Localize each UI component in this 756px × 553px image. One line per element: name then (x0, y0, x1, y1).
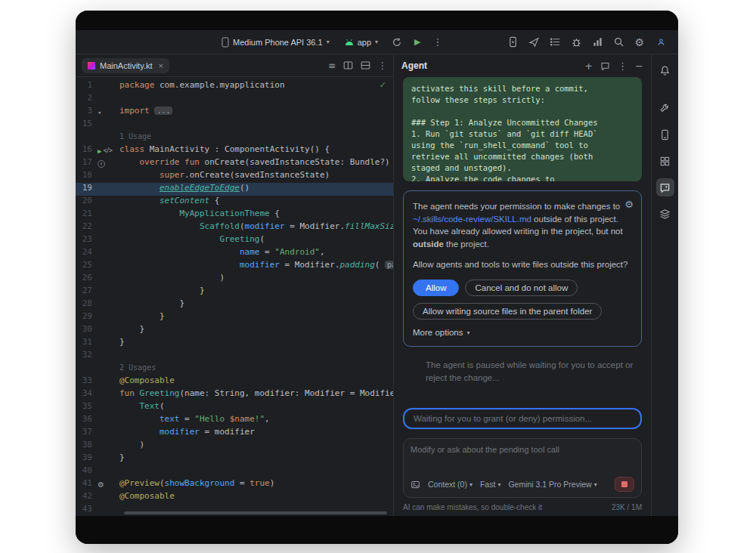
search-icon[interactable] (613, 36, 624, 48)
device-selector[interactable]: Medium Phone API 36.1 ▾ (218, 35, 333, 50)
code-line[interactable]: 38 ) (76, 440, 393, 453)
chat-history-icon[interactable] (600, 61, 610, 71)
code-editor[interactable]: ✓ 1package com.example.myapplication23▾i… (76, 77, 393, 516)
code-line[interactable]: 15 (76, 119, 393, 131)
chevron-down-icon: ▾ (469, 481, 472, 488)
code-line[interactable]: 33@Composable (76, 375, 393, 388)
device-explorer-icon[interactable] (656, 125, 674, 144)
code-line[interactable]: 26 ) (76, 273, 393, 286)
editor-list-icon[interactable]: ≡ (328, 60, 336, 71)
agent-composer-input[interactable] (411, 445, 634, 472)
code-text: @Composable (119, 491, 393, 504)
agent-options-icon[interactable]: ⋮ (618, 60, 627, 72)
device-selector-label: Medium Phone API 36.1 (233, 38, 323, 47)
user-avatar[interactable] (654, 36, 668, 49)
inspections-ok-icon[interactable]: ✓ (380, 80, 386, 90)
code-line[interactable]: 22 Scaffold(modifier = Modifier.fillMaxS… (76, 221, 393, 234)
resource-manager-icon[interactable] (656, 152, 674, 170)
agent-chat-scroll[interactable]: activates this skill before a commit, fo… (394, 77, 651, 408)
code-line[interactable]: 31} (76, 337, 393, 350)
code-line[interactable]: 2 (76, 93, 393, 106)
code-line[interactable]: 16▶</>class MainActivity : ComponentActi… (76, 144, 393, 157)
stop-button[interactable] (615, 477, 634, 492)
code-line[interactable]: 37 modifier = modifier (76, 427, 393, 440)
usage-inlay-row[interactable]: 1 Usage (76, 131, 393, 144)
skill-file-link[interactable]: ~/.skills/code-review/SKILL.md (413, 215, 531, 224)
hide-panel-icon[interactable]: − (635, 60, 643, 72)
code-text: } (119, 286, 393, 298)
fold-gutter-icon[interactable]: ▾ (98, 109, 101, 116)
sync-project-icon[interactable] (389, 36, 404, 49)
code-line[interactable]: 35 Text( (76, 401, 393, 414)
chevron-down-icon: ▾ (466, 329, 469, 336)
code-line[interactable]: 32 (76, 350, 393, 363)
more-options-button[interactable]: More options ▾ (413, 328, 470, 337)
cancel-button[interactable]: Cancel and do not allow (465, 280, 578, 296)
override-gutter-icon[interactable]: ↑ (98, 160, 105, 168)
device-mirroring-icon[interactable] (528, 36, 540, 48)
code-line[interactable]: 39} (76, 453, 393, 465)
notifications-icon[interactable] (656, 61, 674, 79)
debug-icon[interactable] (571, 36, 582, 48)
line-number: 15 (76, 119, 95, 131)
code-line[interactable]: 21 MyApplicationTheme { (76, 209, 393, 221)
attach-image-icon[interactable] (411, 480, 420, 490)
split-down-icon[interactable] (361, 60, 370, 70)
code-line[interactable]: 18 super.onCreate(savedInstanceState) (76, 170, 393, 183)
line-number: 22 (76, 221, 95, 234)
code-line[interactable]: 24 name = "Android", (76, 247, 393, 260)
editor-options-icon[interactable]: ⋮ (378, 60, 387, 71)
code-line[interactable]: 3▾import ... (76, 106, 393, 119)
allow-parent-folder-button[interactable]: Allow writing source files in the parent… (413, 303, 602, 320)
code-line[interactable]: 40 (76, 465, 393, 478)
usage-inlay-row[interactable]: 2 Usages (76, 363, 393, 375)
usage-hint[interactable]: 1 Usage (119, 132, 151, 141)
permission-settings-icon[interactable]: ⚙ (624, 198, 634, 212)
code-line[interactable]: 36 text = "Hello $name!", (76, 414, 393, 427)
code-line[interactable]: 27 } (76, 286, 393, 298)
gemini-agent-icon[interactable] (656, 178, 674, 196)
profiler-icon[interactable] (592, 36, 603, 48)
line-number: 26 (76, 273, 95, 286)
code-line[interactable]: 41⚙@Preview(showBackground = true) (76, 478, 393, 491)
code-text: super.onCreate(savedInstanceState) (119, 170, 393, 183)
code-line[interactable]: 29 } (76, 311, 393, 324)
run-gutter-icon[interactable]: ▶ (98, 147, 101, 155)
code-line[interactable]: 25 modifier = Modifier.padding( paddingV… (76, 260, 393, 273)
code-line[interactable]: 30 } (76, 324, 393, 337)
usage-hint[interactable]: 2 Usages (119, 363, 156, 372)
build-variants-icon[interactable] (550, 36, 561, 48)
context-selector[interactable]: Context (0)▾ (428, 480, 472, 489)
code-line[interactable]: 1package com.example.myapplication (76, 80, 393, 93)
code-line[interactable]: 23 Greeting( (76, 234, 393, 247)
android-app-icon (345, 39, 354, 46)
gradle-icon[interactable] (656, 99, 674, 117)
horizontal-scrollbar[interactable] (124, 511, 387, 514)
tab-mainactivity[interactable]: MainActivity.kt × (82, 58, 169, 73)
split-right-icon[interactable] (343, 60, 353, 70)
code-line[interactable]: 19 enableEdgeToEdge() (76, 183, 393, 196)
code-line[interactable]: 34fun Greeting(name: String, modifier: M… (76, 388, 393, 401)
tab-close-icon[interactable]: × (158, 61, 163, 70)
code-line[interactable]: 20 setContent { (76, 196, 393, 209)
code-text: } (119, 337, 393, 350)
layout-inspector-icon[interactable] (656, 205, 674, 223)
allow-button[interactable]: Allow (413, 280, 459, 296)
model-selector[interactable]: Gemini 3.1 Pro Preview▾ (508, 480, 596, 489)
code-line[interactable]: 17↑ override fun onCreate(savedInstanceS… (76, 157, 393, 170)
compose-gutter-icon[interactable]: </> (103, 147, 111, 154)
running-devices-icon[interactable] (507, 36, 519, 48)
run-config-selector[interactable]: app ▾ (341, 36, 382, 49)
settings-icon[interactable]: ⚙ (634, 36, 644, 48)
code-line[interactable]: 28 } (76, 298, 393, 311)
toolbar-more-icon[interactable]: ⋮ (431, 35, 445, 49)
speed-selector[interactable]: Fast▾ (480, 480, 500, 489)
agent-status-input[interactable] (403, 408, 642, 429)
right-tool-stripe (651, 54, 678, 516)
line-number: 35 (76, 401, 95, 414)
code-line[interactable]: 42@Composable (76, 491, 393, 504)
run-button[interactable]: ▶ (412, 36, 423, 48)
preview-gutter-icon[interactable]: ⚙ (98, 480, 104, 489)
new-chat-icon[interactable]: + (584, 60, 593, 72)
code-text (119, 350, 393, 363)
